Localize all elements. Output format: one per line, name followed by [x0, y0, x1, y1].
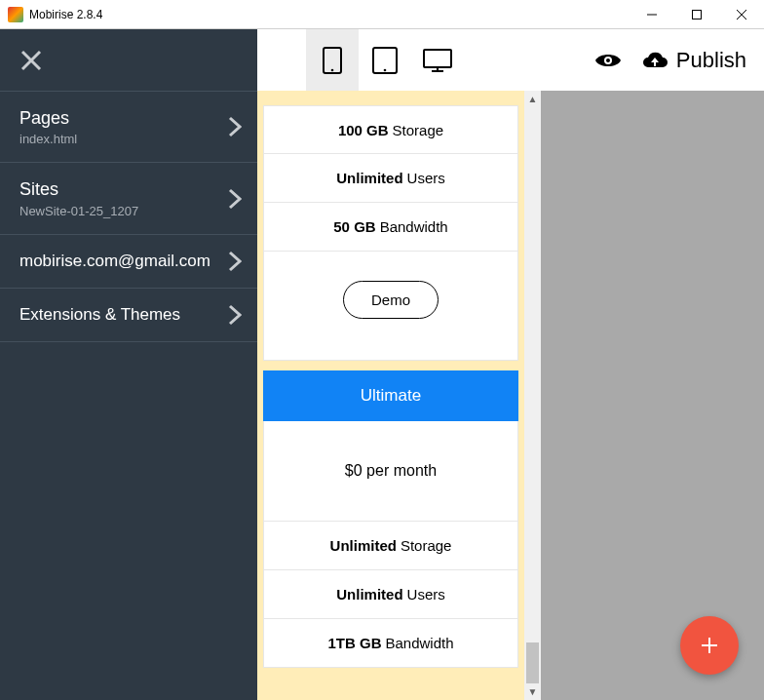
- pages-label: Pages: [19, 107, 228, 130]
- scroll-down-button[interactable]: ▼: [524, 683, 541, 700]
- pricing-button-row: Demo: [263, 252, 518, 361]
- svg-point-7: [384, 68, 387, 71]
- sites-label: Sites: [19, 178, 228, 201]
- demo-button[interactable]: Demo: [343, 281, 439, 319]
- device-switcher: [306, 29, 464, 91]
- device-tablet-button[interactable]: [359, 29, 411, 91]
- svg-rect-1: [693, 10, 702, 19]
- pricing-feature-row[interactable]: UnlimitedUsers: [263, 570, 518, 619]
- chevron-right-icon: [228, 188, 242, 210]
- pricing-feature-row[interactable]: UnlimitedUsers: [263, 154, 518, 203]
- svg-point-5: [331, 68, 334, 71]
- scroll-up-button[interactable]: ▲: [524, 91, 541, 107]
- preview-canvas[interactable]: 100 GBStorage UnlimitedUsers 50 GBBandwi…: [257, 91, 524, 700]
- svg-point-12: [606, 58, 610, 62]
- maximize-button[interactable]: [674, 0, 719, 29]
- sidebar-item-account[interactable]: mobirise.com@gmail.com: [0, 234, 257, 288]
- device-mobile-button[interactable]: [306, 29, 359, 91]
- pricing-feature-row[interactable]: UnlimitedStorage: [263, 522, 518, 570]
- pricing-plan-price[interactable]: $0 per month: [263, 421, 518, 522]
- pricing-feature-row[interactable]: 100 GBStorage: [263, 105, 518, 154]
- chevron-right-icon: [228, 116, 242, 137]
- publish-button[interactable]: Publish: [641, 48, 746, 73]
- minimize-button[interactable]: [630, 0, 674, 29]
- sidebar-item-extensions[interactable]: Extensions & Themes: [0, 288, 257, 342]
- plus-icon: [698, 634, 721, 657]
- scrollbar-thumb[interactable]: [526, 642, 539, 683]
- sidebar-item-sites[interactable]: Sites NewSite-01-25_1207: [0, 162, 257, 233]
- canvas-scrollbar[interactable]: ▲ ▼: [524, 91, 541, 700]
- close-window-button[interactable]: [719, 0, 764, 29]
- sidebar-panel: Pages index.html Sites NewSite-01-25_120…: [0, 29, 257, 700]
- app-icon: [8, 7, 23, 22]
- pricing-feature-row[interactable]: 50 GBBandwidth: [263, 203, 518, 252]
- cloud-upload-icon: [641, 51, 668, 70]
- pages-sublabel: index.html: [19, 132, 228, 146]
- chevron-right-icon: [228, 304, 242, 326]
- window-titlebar: Mobirise 2.8.4: [0, 0, 764, 29]
- app-body: Publish Pages index.html Sites NewSite-0…: [0, 29, 764, 700]
- window-title: Mobirise 2.8.4: [29, 8, 630, 21]
- preview-button[interactable]: [594, 52, 622, 69]
- sidebar-item-pages[interactable]: Pages index.html: [0, 91, 257, 162]
- close-sidebar-button[interactable]: [19, 49, 43, 72]
- tablet-icon: [372, 47, 398, 74]
- mobile-icon: [323, 47, 342, 74]
- publish-label: Publish: [676, 48, 746, 73]
- chevron-right-icon: [228, 251, 242, 272]
- extensions-label: Extensions & Themes: [19, 305, 228, 325]
- scrollbar-track[interactable]: [524, 107, 541, 683]
- account-label: mobirise.com@gmail.com: [19, 252, 228, 271]
- pricing-feature-row[interactable]: 1TB GBBandwidth: [263, 619, 518, 668]
- sites-sublabel: NewSite-01-25_1207: [19, 204, 228, 218]
- pricing-plan-header[interactable]: Ultimate: [263, 370, 518, 421]
- add-block-fab[interactable]: [680, 616, 739, 675]
- svg-rect-8: [424, 50, 451, 67]
- desktop-icon: [423, 49, 452, 72]
- device-desktop-button[interactable]: [411, 29, 464, 91]
- eye-icon: [594, 52, 622, 69]
